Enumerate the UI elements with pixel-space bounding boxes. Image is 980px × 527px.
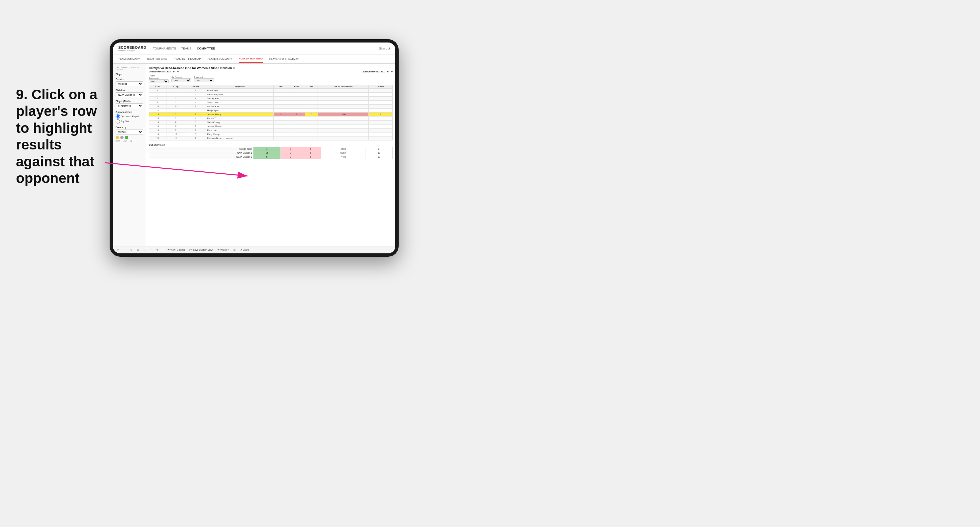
table-cell: 9 (149, 101, 166, 105)
sidebar-player-section: Player (116, 73, 143, 75)
table-cell: 7 (185, 137, 206, 140)
table-cell (288, 93, 305, 97)
table-cell (305, 101, 318, 105)
subnav-player-h2h-heatmap[interactable]: PLAYER H2H HEATMAP (269, 56, 299, 62)
table-row[interactable]: 1063Andrea York (149, 105, 393, 109)
crop-btn[interactable]: ⊞ (135, 248, 140, 252)
table-cell (288, 105, 305, 109)
out-label-cell: NCAA Division 2 (149, 155, 253, 159)
grid-btn[interactable]: ⊞ (232, 248, 237, 252)
table-row[interactable]: 20117Federica Domecq Lacroze (149, 137, 393, 140)
table-cell (369, 132, 393, 137)
table-cell (166, 89, 185, 93)
table-cell (288, 129, 305, 132)
table-cell (288, 125, 305, 129)
table-row[interactable]: 1585Stella Chang (149, 121, 393, 125)
table-cell (369, 129, 393, 132)
table-cell (274, 125, 288, 129)
subnav-player-summary[interactable]: PLAYER SUMMARY (208, 56, 232, 62)
panel-title: Katelyn Vo Head-to-Head Grid for Women's… (149, 67, 393, 70)
table-cell (318, 117, 369, 121)
table-cell: Andrea York (206, 105, 274, 109)
view-original-btn[interactable]: 👁 View: Original (166, 248, 186, 252)
out-data-cell: 0 (280, 147, 301, 151)
table-cell (318, 125, 369, 129)
table-cell (274, 89, 288, 93)
redo-btn[interactable]: ↪ (122, 248, 127, 252)
dash-btn[interactable]: — (142, 248, 147, 252)
sidebar-timestamp: Last Updated: 27/03/2024 16:55:38 (116, 67, 143, 70)
table-row[interactable]: 1311Jessica Huang010-3.002 (149, 113, 393, 117)
subnav-team-h2h-heatmap[interactable]: TEAM H2H HEATMAP (174, 56, 201, 62)
table-row[interactable]: 914Sharon Mun (149, 101, 393, 105)
gender-select[interactable]: Women's (116, 81, 143, 86)
table-cell (274, 137, 288, 140)
filter-conference: Conference (All) (172, 76, 191, 83)
filter-region-label: Region (149, 75, 169, 77)
table-row[interactable]: 11Heeju Hyun (149, 109, 393, 113)
out-data-cell: 0 (280, 155, 301, 159)
share-btn[interactable]: ↗ Share (239, 248, 250, 252)
annotation-text: 9. Click on a player's row to highlight … (16, 86, 106, 187)
toolbar-bottom: ↩ ↪ ↻ ⊞ — + ⟳ 👁 View: Original 💾 Save Cu… (113, 246, 395, 253)
table-row[interactable]: 1691Jessica Mason (149, 125, 393, 129)
table-row[interactable]: 19106Emily Chang (149, 132, 393, 137)
division-select[interactable]: NCAA Division III (116, 92, 143, 97)
sub-nav: TEAM SUMMARY TEAM H2H GRID TEAM H2H HEAT… (113, 54, 395, 64)
table-cell: 1 (166, 113, 185, 117)
table-cell: Stella Chang (206, 121, 274, 125)
nav-teams[interactable]: TEAMS (181, 46, 192, 51)
save-icon: 💾 (189, 249, 192, 251)
filter-conference-select[interactable]: (All) (172, 78, 191, 83)
out-data-cell: 1 (253, 147, 280, 151)
out-data-cell: 10 (366, 155, 393, 159)
redo2-btn[interactable]: ↻ (129, 248, 134, 252)
colour-select[interactable]: Win/loss (116, 130, 143, 135)
table-cell (274, 129, 288, 132)
table-cell: 1 (166, 101, 185, 105)
table-cell (369, 93, 393, 97)
subnav-team-h2h-grid[interactable]: TEAM H2H GRID (146, 56, 167, 62)
filter-region-select[interactable]: (All) (149, 79, 169, 83)
table-cell: Alexis Sudjianto (206, 93, 274, 97)
sidebar-opponent-view-label: Opponent view (116, 111, 143, 113)
table-cell (318, 105, 369, 109)
subnav-team-summary[interactable]: TEAM SUMMARY (118, 56, 140, 62)
filter-opponent-select[interactable]: (All) (194, 78, 214, 83)
nav-committee[interactable]: COMMITTEE (197, 46, 215, 51)
watch-btn[interactable]: 👁 Watch ▾ (216, 248, 230, 252)
refresh-btn[interactable]: ⟳ (155, 248, 160, 252)
table-row[interactable]: 613Sydney Kuo (149, 97, 393, 101)
table-row[interactable]: 1822Euna Lee (149, 129, 393, 132)
table-row[interactable]: 522Alexis Sudjianto (149, 93, 393, 97)
out-label-cell: NAIA Division 1 (149, 151, 253, 155)
table-cell (318, 93, 369, 97)
nav-tournaments[interactable]: TOURNAMENTS (153, 46, 176, 51)
table-cell (305, 121, 318, 125)
table-cell (369, 105, 393, 109)
radio-top100[interactable]: Top 100 (116, 119, 143, 124)
undo-btn[interactable]: ↩ (116, 248, 120, 252)
out-data-cell: 9.267 (321, 151, 366, 155)
table-row[interactable]: 1474Eunice Yi (149, 117, 393, 121)
nav-sign-out[interactable]: | Sign out (377, 47, 390, 50)
table-cell (369, 97, 393, 101)
table-cell: 9 (166, 125, 185, 129)
tablet-screen: SCOREBOARD Powered by clippd TOURNAMENTS… (113, 43, 395, 253)
table-cell: 5 (149, 93, 166, 97)
radio-opponents-played[interactable]: Opponents Played (116, 114, 143, 119)
out-table-row: NAIA Division 115009.26730 (149, 151, 393, 155)
player-rank-select[interactable]: 8. Katelyn Vo (116, 103, 143, 108)
save-custom-btn[interactable]: 💾 Save Custom View (188, 248, 214, 252)
plus-btn[interactable]: + (149, 248, 153, 252)
table-cell: 6 (166, 105, 185, 109)
record-row: Overall Record: 353 - 34 - 6 Division Re… (149, 70, 393, 73)
table-cell: Heeju Hyun (206, 109, 274, 113)
table-cell (318, 97, 369, 101)
table-row[interactable]: 31Esther Lee (149, 89, 393, 93)
filter-region: Region Opponents: (All) (149, 75, 169, 83)
out-data-cell: 5 (253, 155, 280, 159)
subnav-player-h2h-grid[interactable]: PLAYER H2H GRID (239, 55, 263, 63)
sidebar-gender-label: Gender (116, 78, 143, 80)
main-table: # Div # Reg # Conf Opponent Win Loss Tie… (149, 85, 393, 140)
